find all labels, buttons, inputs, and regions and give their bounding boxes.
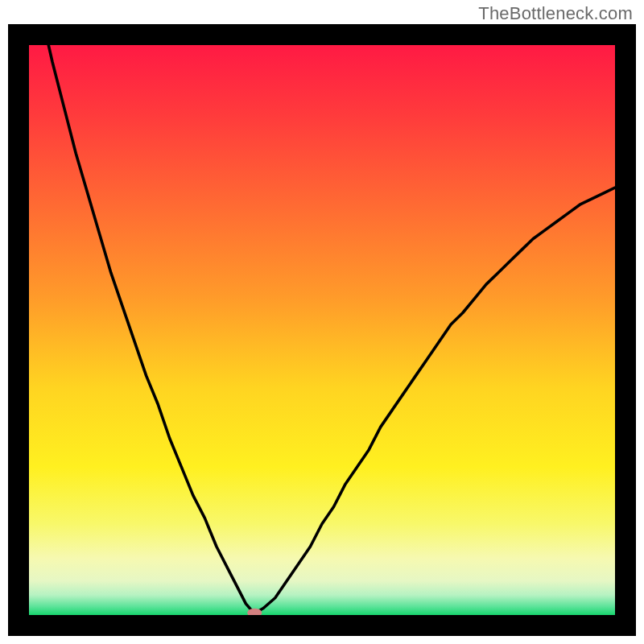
chart-container: TheBottleneck.com (0, 0, 644, 644)
chart-background (29, 45, 615, 615)
watermark-text: TheBottleneck.com (478, 3, 633, 24)
chart-plot-area (8, 24, 636, 636)
chart-svg (8, 24, 636, 636)
